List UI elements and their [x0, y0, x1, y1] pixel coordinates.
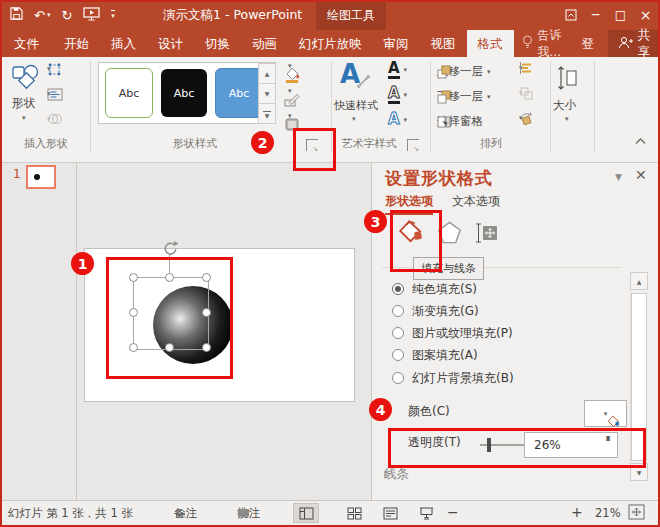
tab-home[interactable]: 开始 [53, 30, 100, 57]
bring-forward-button[interactable]: 上移一层▾ [437, 64, 491, 79]
edit-shape-button[interactable]: ▾ [47, 65, 51, 73]
slide-counter: 幻灯片 第 1 张，共 1 张 [8, 506, 133, 521]
thumbnail-shape-preview [34, 174, 40, 180]
zoom-out-button[interactable]: − [447, 504, 459, 520]
gallery-scroll-down-button[interactable]: ▼ [258, 83, 276, 104]
format-shape-pane: 设置形状格式 ▼ ✕ 形状选项 文本选项 填充与线条 纯色填充(S) 渐变填充(… [372, 163, 658, 500]
tab-file[interactable]: 文件 [0, 30, 53, 57]
tab-slideshow[interactable]: 幻灯片放映 [288, 30, 373, 57]
shape-effects-button[interactable]: ▾ [284, 112, 292, 120]
lightbulb-icon [522, 35, 533, 52]
undo-dropdown-icon[interactable]: ▾ [47, 11, 51, 19]
gallery-more-button[interactable]: ▼ [258, 103, 276, 124]
selection-handle[interactable] [165, 343, 174, 352]
shape-selection-outline [133, 277, 209, 350]
transparency-slider-handle[interactable] [487, 438, 491, 452]
fill-option-gradient[interactable]: 渐变填充(G) [392, 303, 479, 319]
redo-button[interactable]: ↻ [61, 8, 72, 23]
pane-tab-shape-options[interactable]: 形状选项 [385, 193, 433, 215]
ribbon-display-options-button[interactable] [558, 0, 583, 30]
slideshow-view-button[interactable] [413, 503, 439, 523]
save-button[interactable] [10, 7, 23, 23]
pane-scroll-down-button[interactable]: ▼ [630, 463, 648, 481]
undo-button[interactable]: ↶▾ [34, 8, 50, 23]
shape-fill-button[interactable]: ▾ [284, 62, 292, 70]
ribbon-tab-row: 文件 开始 插入 设计 切换 动画 幻灯片放映 审阅 视图 格式 告诉我... … [0, 30, 660, 57]
notes-button[interactable]: 备注 [174, 506, 197, 521]
shape-style-preset-3[interactable]: Abc [215, 68, 263, 118]
align-objects-button[interactable]: ▾ [519, 64, 523, 72]
pane-scrollbar-thumb[interactable] [631, 293, 647, 461]
quick-styles-button[interactable]: A [340, 61, 360, 87]
close-button[interactable]: × [633, 0, 658, 30]
radio-icon [392, 305, 404, 317]
wordart-group-label: 艺术字样式 [333, 136, 405, 150]
gallery-scroll-up-button[interactable]: ▲ [258, 63, 276, 84]
tab-animations[interactable]: 动画 [241, 30, 288, 57]
text-box-button[interactable]: ▾ [47, 90, 51, 98]
fill-option-background[interactable]: 幻灯片背景填充(B) [392, 370, 514, 386]
reading-view-button[interactable] [377, 503, 403, 523]
maximize-button[interactable]: □ [608, 0, 633, 30]
transparency-spinner[interactable]: 26% ▲▼ [524, 432, 618, 458]
selection-handle[interactable] [202, 273, 211, 282]
spin-down-icon[interactable]: ▼ [606, 434, 611, 441]
text-outline-button[interactable]: A▾ [388, 86, 407, 104]
pane-close-icon[interactable]: ✕ [635, 167, 647, 183]
transparency-value[interactable]: 26% [534, 438, 561, 452]
pane-tab-text-options[interactable]: 文本选项 [452, 193, 500, 210]
shape-styles-dialog-launcher[interactable] [306, 139, 318, 151]
customize-qat-button[interactable]: ▾ [111, 10, 115, 20]
zoom-in-button[interactable]: + [571, 504, 583, 520]
fill-color-button[interactable]: ▾ [584, 400, 627, 427]
sign-in-button[interactable]: 登录 [573, 30, 608, 57]
arrange-group-label: 排列 [432, 136, 550, 150]
selection-handle[interactable] [129, 308, 138, 317]
selection-handle[interactable] [202, 343, 211, 352]
selection-handle[interactable] [129, 343, 138, 352]
shape-style-preset-1[interactable]: Abc [105, 68, 153, 118]
comments-button[interactable]: 批注 [237, 506, 260, 521]
annotation-step-3: 3 [364, 210, 387, 233]
send-backward-button[interactable]: 下移一层▾ [437, 89, 491, 104]
selection-handle[interactable] [165, 273, 174, 282]
pane-title: 设置形状格式 [385, 167, 493, 190]
size-group-label: 大小 [553, 98, 576, 113]
tab-design[interactable]: 设计 [147, 30, 194, 57]
merge-shapes-button[interactable]: ▾ [47, 115, 51, 123]
share-button[interactable]: 共享 [608, 30, 660, 57]
shape-outline-button[interactable]: ▾ [284, 87, 292, 95]
fill-option-pattern[interactable]: 图案填充(A) [392, 347, 478, 363]
rotate-handle[interactable] [162, 240, 178, 259]
selection-handle[interactable] [202, 308, 211, 317]
tab-review[interactable]: 审阅 [373, 30, 420, 57]
fill-option-picture[interactable]: 图片或纹理填充(P) [392, 325, 513, 341]
slide-thumbnail-number: 1 [13, 167, 21, 181]
color-label: 颜色(C) [408, 403, 450, 420]
pane-options-dropdown-icon[interactable]: ▼ [615, 172, 622, 182]
line-section-header[interactable]: 线条 [384, 466, 409, 483]
shape-style-preset-2[interactable]: Abc [161, 69, 207, 117]
tab-format[interactable]: 格式 [467, 30, 514, 57]
wordart-dialog-launcher[interactable] [407, 139, 419, 151]
tell-me-box[interactable]: 告诉我... [514, 30, 573, 57]
group-objects-button[interactable]: ▾ [519, 89, 523, 97]
rotate-objects-button[interactable]: ▾ [519, 114, 523, 122]
selection-pane-button[interactable]: 选择窗格 [437, 114, 483, 129]
text-fill-button[interactable]: A▾ [388, 61, 407, 79]
zoom-percentage[interactable]: 21% [595, 506, 621, 520]
tab-insert[interactable]: 插入 [100, 30, 147, 57]
start-slideshow-button[interactable] [83, 7, 100, 24]
selection-handle[interactable] [129, 273, 138, 282]
pane-scroll-up-button[interactable]: ▲ [630, 272, 648, 290]
normal-view-button[interactable] [293, 503, 319, 523]
thumbnail-panel-divider[interactable] [76, 163, 77, 500]
slide-sorter-view-button[interactable] [341, 503, 367, 523]
title-bar: ↶▾ ↻ ▾ 演示文稿1 - PowerPoint 绘图工具 ─ □ × [0, 0, 660, 30]
tab-view[interactable]: 视图 [420, 30, 467, 57]
tab-transitions[interactable]: 切换 [194, 30, 241, 57]
minimize-button[interactable]: ─ [583, 0, 608, 30]
slide-thumbnail[interactable] [26, 165, 56, 189]
text-effects-button[interactable]: A▾ [388, 112, 407, 127]
fill-option-solid[interactable]: 纯色填充(S) [392, 281, 477, 297]
